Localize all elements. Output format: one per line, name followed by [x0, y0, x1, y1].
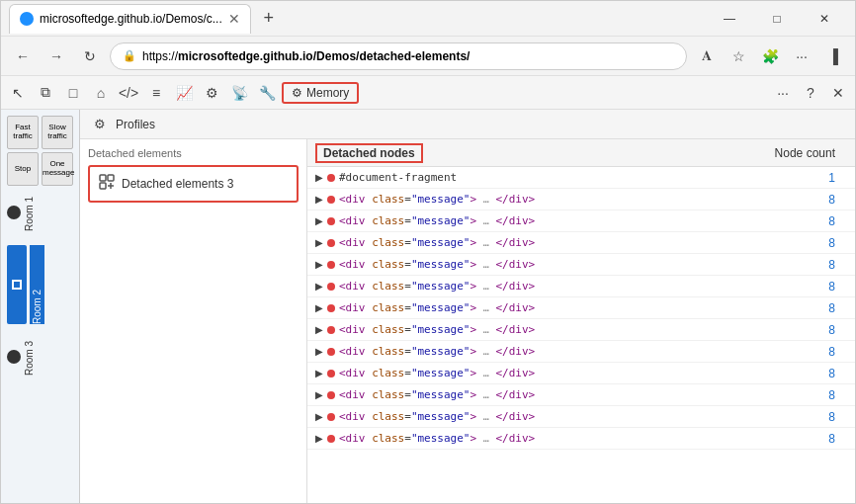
- table-row[interactable]: ▶ <div class="message"> … </div> 8: [307, 276, 855, 297]
- table-row[interactable]: ▶ <div class="message"> … </div> 8: [307, 341, 855, 363]
- expand-icon[interactable]: ▶: [315, 346, 323, 357]
- room1-container: Room 1: [7, 194, 73, 231]
- node-text: <div class="message"> … </div>: [339, 193, 828, 206]
- node-count: 8: [828, 388, 847, 402]
- table-row[interactable]: ▶ <div class="message"> … </div> 8: [307, 384, 855, 406]
- close-devtools-button[interactable]: ✕: [825, 80, 851, 106]
- table-row[interactable]: ▶ <div class="message"> … </div> 8: [307, 363, 855, 384]
- svg-rect-0: [100, 175, 106, 181]
- one-message-button[interactable]: One message: [42, 152, 73, 186]
- network-panel-btn[interactable]: ≡: [143, 80, 169, 106]
- back-button[interactable]: ←: [9, 42, 37, 70]
- elements-panel-btn[interactable]: □: [60, 80, 86, 106]
- svg-rect-2: [100, 183, 106, 189]
- room3-dot: [7, 350, 21, 364]
- node-count: 8: [828, 193, 847, 207]
- profile-item-detached-elements-3[interactable]: Detached elements 3: [88, 165, 299, 203]
- fast-traffic-button[interactable]: Fast traffic: [7, 116, 39, 149]
- application-panel-btn[interactable]: ⚙: [199, 80, 224, 106]
- table-row[interactable]: ▶ <div class="message"> … </div> 8: [307, 319, 855, 341]
- browser-window: microsoftedge.github.io/Demos/c... ✕ + —…: [0, 0, 856, 504]
- secondary-toolbar: ⚙ Profiles: [80, 110, 855, 139]
- table-row[interactable]: ▶ <div class="message"> … </div> 8: [307, 210, 855, 232]
- read-aloud-button[interactable]: 𝐀: [693, 42, 721, 70]
- table-row[interactable]: ▶ <div class="message"> … </div> 8: [307, 406, 855, 428]
- node-dot: [327, 391, 335, 399]
- node-dot: [327, 217, 335, 225]
- filter-button[interactable]: ⚙: [88, 113, 112, 136]
- security-panel-btn[interactable]: 📡: [226, 80, 252, 106]
- lighthouse-panel-btn[interactable]: 🔧: [254, 80, 280, 106]
- expand-icon[interactable]: ▶: [315, 368, 323, 378]
- tab-favicon: [20, 12, 34, 26]
- new-tab-button[interactable]: +: [255, 5, 283, 33]
- expand-icon[interactable]: ▶: [315, 324, 323, 335]
- lock-icon: 🔒: [123, 49, 136, 62]
- room3-label: Room 3: [24, 338, 35, 376]
- maximize-button[interactable]: □: [754, 4, 800, 34]
- stop-button[interactable]: Stop: [7, 152, 39, 186]
- nodes-list: ▶ #document-fragment 1 ▶ <: [307, 167, 855, 503]
- node-text: <div class="message"> … </div>: [339, 388, 828, 401]
- room2-dot: [12, 280, 22, 290]
- help-button[interactable]: ?: [798, 80, 823, 106]
- browser-menu-button[interactable]: ···: [788, 42, 815, 70]
- table-row[interactable]: ▶ #document-fragment 1: [307, 167, 855, 189]
- node-count: 8: [828, 410, 847, 424]
- node-dot: [327, 196, 335, 204]
- room2-label: Room 2: [30, 245, 44, 324]
- expand-icon[interactable]: ▶: [315, 172, 323, 183]
- sources-panel-btn[interactable]: ⌂: [88, 80, 114, 106]
- table-row[interactable]: ▶ <div class="message"> … </div> 8: [307, 428, 855, 450]
- node-text: <div class="message"> … </div>: [339, 432, 828, 445]
- nodes-panel: Detached nodes Node count ▶ #document-fr…: [307, 139, 855, 503]
- forward-button[interactable]: →: [43, 42, 70, 70]
- expand-icon[interactable]: ▶: [315, 433, 323, 444]
- node-count: 8: [828, 345, 847, 359]
- memory-label: Memory: [306, 86, 349, 100]
- close-button[interactable]: ✕: [802, 4, 847, 34]
- room2-container: Room 2: [7, 245, 73, 324]
- node-count: 1: [828, 171, 847, 185]
- node-text: #document-fragment: [339, 171, 828, 184]
- refresh-button[interactable]: ↻: [76, 42, 104, 70]
- performance-panel-btn[interactable]: 📈: [171, 80, 197, 106]
- table-row[interactable]: ▶ <div class="message"> … </div> 8: [307, 189, 855, 210]
- address-actions: 𝐀 ☆ 🧩 ··· ▐: [693, 42, 847, 70]
- memory-panel-button[interactable]: ⚙ Memory: [282, 82, 359, 104]
- extensions-button[interactable]: 🧩: [756, 42, 784, 70]
- tab-close-button[interactable]: ✕: [228, 11, 240, 27]
- expand-icon[interactable]: ▶: [315, 215, 323, 226]
- console-panel-btn[interactable]: </>: [116, 80, 141, 106]
- slow-traffic-button[interactable]: Slow traffic: [42, 116, 73, 149]
- node-dot: [327, 413, 335, 421]
- node-count-column-header: Node count: [775, 146, 847, 160]
- address-input[interactable]: 🔒 https://microsoftedge.github.io/Demos/…: [110, 42, 687, 70]
- detached-elements-label: Detached elements: [88, 147, 299, 159]
- window-controls: — □ ✕: [707, 4, 847, 34]
- expand-icon[interactable]: ▶: [315, 237, 323, 248]
- node-text: <div class="message"> … </div>: [339, 410, 828, 423]
- node-text: <div class="message"> … </div>: [339, 280, 828, 293]
- sidebar-toggle-button[interactable]: ▐: [819, 42, 847, 70]
- table-row[interactable]: ▶ <div class="message"> … </div> 8: [307, 254, 855, 276]
- browser-tab[interactable]: microsoftedge.github.io/Demos/c... ✕: [9, 4, 251, 34]
- expand-icon[interactable]: ▶: [315, 389, 323, 400]
- table-row[interactable]: ▶ <div class="message"> … </div> 8: [307, 297, 855, 319]
- device-emulation-button[interactable]: ⧉: [33, 80, 58, 106]
- favorites-button[interactable]: ☆: [725, 42, 752, 70]
- expand-icon[interactable]: ▶: [315, 194, 323, 205]
- profiles-label[interactable]: Profiles: [116, 118, 155, 131]
- expand-icon[interactable]: ▶: [315, 281, 323, 292]
- expand-icon[interactable]: ▶: [315, 411, 323, 422]
- node-text: <div class="message"> … </div>: [339, 214, 828, 227]
- expand-icon[interactable]: ▶: [315, 302, 323, 313]
- table-row[interactable]: ▶ <div class="message"> … </div> 8: [307, 232, 855, 254]
- customize-devtools-button[interactable]: ···: [770, 80, 796, 106]
- expand-icon[interactable]: ▶: [315, 259, 323, 270]
- app-buttons-container: Fast traffic Slow traffic Stop One messa…: [7, 116, 73, 186]
- inspect-element-button[interactable]: ↖: [5, 80, 31, 106]
- room2-bar[interactable]: [7, 245, 27, 324]
- node-text: <div class="message"> … </div>: [339, 258, 828, 271]
- minimize-button[interactable]: —: [707, 4, 752, 34]
